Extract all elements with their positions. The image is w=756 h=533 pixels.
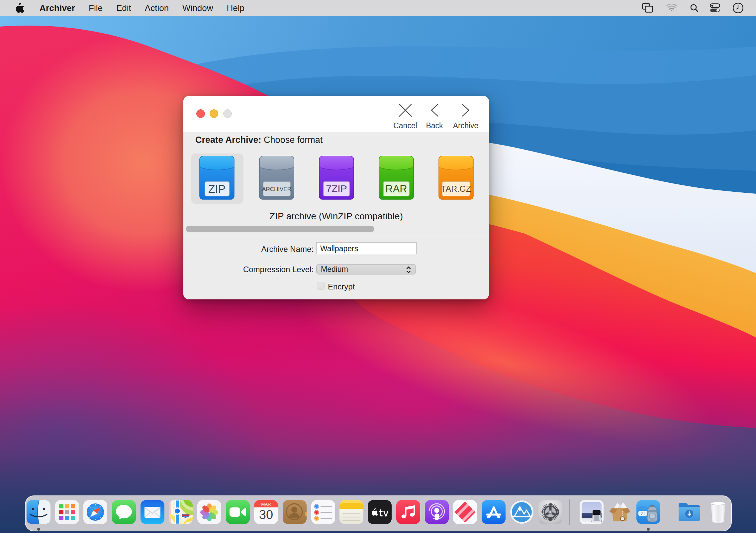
svg-text:TAR.GZ: TAR.GZ: [441, 184, 471, 193]
svg-text:7ZIP: 7ZIP: [326, 183, 347, 194]
svg-text:30: 30: [259, 508, 273, 522]
svg-text:RAR: RAR: [385, 183, 407, 195]
svg-text:ZI: ZI: [641, 511, 645, 516]
svg-text:280: 280: [183, 515, 189, 519]
svg-text:MAR: MAR: [261, 502, 271, 507]
svg-text:ARCHIVER: ARCHIVER: [262, 186, 291, 192]
svg-text:ZIP: ZIP: [208, 183, 225, 195]
